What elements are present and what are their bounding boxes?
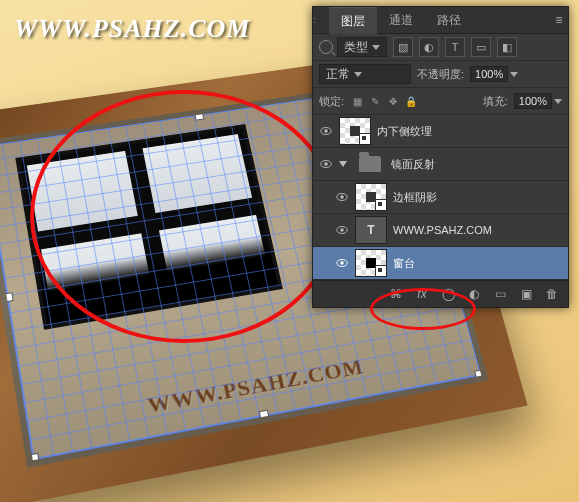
fill-value[interactable]: 100% [514,93,552,109]
tab-paths[interactable]: 路径 [425,7,473,33]
svg-point-9 [340,261,344,265]
transform-handle[interactable] [29,453,40,464]
layers-list: 内下侧纹理 镜面反射 边框阴影 T WWW.PSAHZ.COM [313,115,568,280]
visibility-icon[interactable] [319,157,333,171]
svg-point-3 [324,162,328,166]
lock-all-icon[interactable]: 🔒 [404,94,418,108]
smart-object-badge-icon [359,133,371,145]
opacity-control[interactable]: 100% [470,66,518,82]
svg-point-5 [340,195,344,199]
canvas-stage: WWW.PSAHZ.COM WWW.PSAHZ.COM [0,0,579,502]
visibility-icon[interactable] [335,190,349,204]
blend-mode-dropdown[interactable]: 正常 [319,64,411,84]
search-icon [319,40,333,54]
filter-adjust-icon[interactable]: ◐ [419,37,439,57]
layer-mask-icon[interactable]: ◯ [440,286,456,302]
transform-handle[interactable] [194,112,204,121]
tab-layers[interactable]: 图层 [329,7,377,34]
filter-pixel-icon[interactable]: ▧ [393,37,413,57]
transform-handle[interactable] [3,292,14,302]
layers-panel: :: 图层 通道 路径 ≡ 类型 ▧ ◐ T ▭ ◧ 正常 [312,6,569,308]
lock-image-icon[interactable]: ✎ [368,94,382,108]
layers-bottom-bar: ⌘ fx ◯ ◐ ▭ ▣ 🗑 [313,280,568,307]
filter-text-icon[interactable]: T [445,37,465,57]
filter-smart-icon[interactable]: ◧ [497,37,517,57]
delete-layer-icon[interactable]: 🗑 [544,286,560,302]
chevron-down-icon [354,72,362,77]
new-layer-icon[interactable]: ▣ [518,286,534,302]
opacity-value[interactable]: 100% [470,66,508,82]
layer-row[interactable]: 内下侧纹理 [313,115,568,148]
blend-row: 正常 不透明度: 100% [313,61,568,88]
visibility-icon[interactable] [335,223,349,237]
filter-type-dropdown[interactable]: 类型 [337,37,387,57]
smart-object-badge-icon [375,265,387,277]
layer-row[interactable]: 边框阴影 [313,181,568,214]
lock-icons: ▦ ✎ ✥ 🔒 [350,94,418,108]
layer-thumbnail[interactable] [355,249,387,277]
fill-control[interactable]: 100% [514,93,562,109]
visibility-icon[interactable] [319,124,333,138]
filter-shape-icon[interactable]: ▭ [471,37,491,57]
layer-name[interactable]: 内下侧纹理 [377,124,562,139]
adjustment-layer-icon[interactable]: ◐ [466,286,482,302]
panel-tabs: :: 图层 通道 路径 ≡ [313,7,568,34]
smart-object-badge-icon [375,199,387,211]
layer-search[interactable]: 类型 [319,37,387,57]
panel-menu-icon[interactable]: ≡ [550,13,568,27]
folder-icon [355,151,385,177]
layer-fx-icon[interactable]: fx [414,286,430,302]
visibility-icon[interactable] [335,256,349,270]
filter-row: 类型 ▧ ◐ T ▭ ◧ [313,34,568,61]
lock-position-icon[interactable]: ✥ [386,94,400,108]
tab-channels[interactable]: 通道 [377,7,425,33]
layer-row-selected[interactable]: 窗台 [313,247,568,280]
layer-name[interactable]: 窗台 [393,256,562,271]
svg-point-7 [340,228,344,232]
page-watermark: WWW.PSAHZ.COM [14,14,250,44]
chevron-down-icon [372,45,380,50]
chevron-down-icon [510,72,518,77]
transform-handle[interactable] [474,369,485,379]
opacity-label: 不透明度: [417,67,464,82]
layer-thumbnail[interactable] [355,183,387,211]
new-group-icon[interactable]: ▭ [492,286,508,302]
transform-handle[interactable] [259,410,270,421]
layer-row-folder[interactable]: 镜面反射 [313,148,568,181]
filter-type-label: 类型 [344,39,368,56]
lock-transparent-icon[interactable]: ▦ [350,94,364,108]
panel-grip-icon[interactable]: :: [313,15,329,25]
lock-row: 锁定: ▦ ✎ ✥ 🔒 填充: 100% [313,88,568,115]
layer-name[interactable]: 镜面反射 [391,157,562,172]
layer-name[interactable]: WWW.PSAHZ.COM [393,224,562,236]
blend-mode-value: 正常 [326,66,350,83]
layer-row[interactable]: T WWW.PSAHZ.COM [313,214,568,247]
chevron-down-icon [554,99,562,104]
svg-point-1 [324,129,328,133]
text-layer-icon[interactable]: T [355,216,387,244]
fill-label: 填充: [483,94,508,109]
layer-thumbnail[interactable] [339,117,371,145]
link-layers-icon[interactable]: ⌘ [388,286,404,302]
layer-name[interactable]: 边框阴影 [393,190,562,205]
lock-label: 锁定: [319,94,344,109]
folder-expand-icon[interactable] [339,161,347,167]
